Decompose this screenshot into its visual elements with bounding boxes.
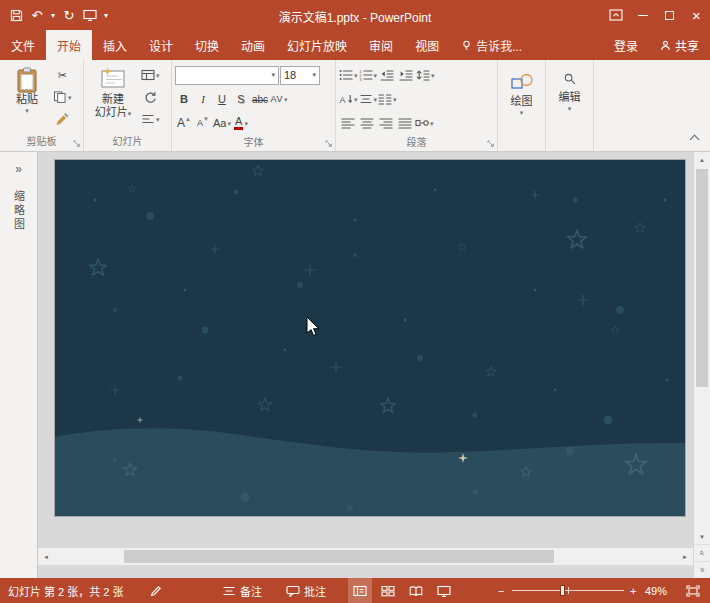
scroll-left-button[interactable]: ◄ <box>38 548 54 565</box>
align-text-button[interactable]: ▾ <box>359 89 378 109</box>
paragraph-dialog-launcher[interactable] <box>487 140 495 148</box>
zoom-out-button[interactable]: − <box>498 578 504 603</box>
align-left-button[interactable] <box>339 113 357 133</box>
clipboard-dialog-launcher[interactable] <box>73 140 81 148</box>
slide-sorter-button[interactable] <box>376 578 400 603</box>
horizontal-scrollbar[interactable]: ◄ ► <box>38 548 693 565</box>
start-slideshow-button[interactable] <box>80 3 100 27</box>
layout-button[interactable]: ▾ <box>141 65 160 85</box>
vertical-scroll-track[interactable] <box>694 167 710 529</box>
increase-indent-button[interactable] <box>397 65 415 85</box>
zoom-slider[interactable] <box>512 578 624 603</box>
pen-status-button[interactable] <box>150 578 162 603</box>
shrink-font-button[interactable]: A▼ <box>194 113 212 133</box>
previous-slide-button[interactable]: « <box>694 544 710 561</box>
underline-button[interactable]: U <box>213 89 231 109</box>
ribbon-display-options-button[interactable] <box>602 0 629 30</box>
tab-review[interactable]: 审阅 <box>358 30 404 60</box>
vertical-scrollbar[interactable]: ▲ ▼ « « <box>693 152 710 578</box>
paste-button[interactable]: 粘贴 ▾ <box>3 63 51 114</box>
italic-button[interactable]: I <box>194 89 212 109</box>
minimize-button[interactable] <box>629 0 656 30</box>
fit-slide-to-window-button[interactable] <box>686 578 700 603</box>
convert-to-smartart-button[interactable]: ▾ <box>415 113 434 133</box>
vertical-scroll-thumb[interactable] <box>696 169 708 387</box>
increase-indent-icon <box>399 69 413 81</box>
decrease-indent-button[interactable] <box>378 65 396 85</box>
sign-in-button[interactable]: 登录 <box>603 30 649 60</box>
undo-dropdown-icon[interactable]: ▾ <box>48 3 58 27</box>
columns-button[interactable]: ▾ <box>378 89 397 109</box>
tab-home[interactable]: 开始 <box>46 30 92 60</box>
comments-button[interactable]: 批注 <box>286 578 326 603</box>
next-slide-button[interactable]: « <box>694 561 710 578</box>
maximize-button[interactable] <box>656 0 683 30</box>
find-icon <box>563 73 577 85</box>
zoom-thumb[interactable] <box>560 585 565 596</box>
slide-number-status[interactable]: 幻灯片 第 2 张，共 2 张 <box>8 578 124 603</box>
window-controls: × <box>602 0 710 30</box>
horizontal-scroll-track[interactable] <box>54 548 677 565</box>
font-name-combo[interactable]: ▾ <box>175 66 279 85</box>
dropdown-icon: ▾ <box>309 71 316 79</box>
notes-button[interactable]: 备注 <box>222 578 262 603</box>
expand-thumbnails-icon[interactable]: » <box>0 162 37 176</box>
drawing-button[interactable]: 绘图 ▾ <box>501 63 542 116</box>
tab-insert[interactable]: 插入 <box>92 30 138 60</box>
save-button[interactable] <box>6 3 26 27</box>
tab-transitions[interactable]: 切换 <box>184 30 230 60</box>
new-slide-button[interactable]: 新建 幻灯片▾ <box>87 63 139 119</box>
line-spacing-button[interactable]: ▾ <box>416 65 435 85</box>
shapes-icon <box>511 73 533 89</box>
section-button[interactable]: ▾ <box>141 109 160 129</box>
tab-slideshow[interactable]: 幻灯片放映 <box>276 30 358 60</box>
align-center-button[interactable] <box>358 113 376 133</box>
text-shadow-button[interactable]: S <box>232 89 250 109</box>
collapse-ribbon-button[interactable] <box>686 132 702 146</box>
thumbnail-pane-collapsed[interactable]: » 缩略图 <box>0 152 38 578</box>
font-size-combo[interactable]: 18 ▾ <box>280 66 320 85</box>
change-case-button[interactable]: Aa▾ <box>213 113 231 133</box>
character-spacing-button[interactable]: AV▾ <box>270 89 288 109</box>
normal-view-button[interactable] <box>348 578 372 603</box>
format-painter-button[interactable] <box>53 109 72 129</box>
customize-qat-icon[interactable]: ▾ <box>101 3 111 27</box>
grow-font-button[interactable]: A▲ <box>175 113 193 133</box>
slide-canvas[interactable] <box>55 160 685 516</box>
editing-group: 编辑 ▾ <box>546 60 594 151</box>
scroll-right-button[interactable]: ► <box>677 548 693 565</box>
reset-button[interactable] <box>141 87 160 107</box>
tell-me-box[interactable]: 告诉我... <box>450 30 533 60</box>
cut-button[interactable]: ✂ <box>53 65 72 85</box>
normal-view-icon <box>353 585 367 597</box>
scroll-up-button[interactable]: ▲ <box>694 152 710 167</box>
slideshow-view-button[interactable] <box>432 578 456 603</box>
editing-button[interactable]: 编辑 ▾ <box>549 63 590 112</box>
tab-animations[interactable]: 动画 <box>230 30 276 60</box>
share-button[interactable]: 共享 <box>649 30 710 60</box>
justify-button[interactable] <box>396 113 414 133</box>
tab-file[interactable]: 文件 <box>0 30 46 60</box>
bullets-button[interactable]: ▾ <box>339 65 358 85</box>
tab-design[interactable]: 设计 <box>138 30 184 60</box>
zoom-in-button[interactable]: + <box>630 578 636 603</box>
scroll-down-button[interactable]: ▼ <box>694 529 710 544</box>
copy-button[interactable]: ▾ <box>53 87 72 107</box>
repeat-button[interactable]: ↻ <box>59 3 79 27</box>
tab-view[interactable]: 视图 <box>404 30 450 60</box>
close-button[interactable]: × <box>683 0 710 30</box>
minimize-icon <box>638 15 648 16</box>
numbering-button[interactable]: ▾ <box>359 65 378 85</box>
horizontal-scroll-thumb[interactable] <box>124 550 554 563</box>
dropdown-icon: ▾ <box>25 107 29 114</box>
font-dialog-launcher[interactable] <box>325 140 333 148</box>
reading-view-button[interactable] <box>404 578 428 603</box>
text-direction-button[interactable]: ▾ <box>339 89 358 109</box>
strikethrough-button[interactable]: abc <box>251 89 269 109</box>
align-right-button[interactable] <box>377 113 395 133</box>
zoom-level[interactable]: 49% <box>645 578 667 603</box>
ribbon-home: 粘贴 ▾ ✂ ▾ 剪贴板 新建 幻灯片▾ <box>0 60 710 152</box>
bold-button[interactable]: B <box>175 89 193 109</box>
font-color-button[interactable]: A▾ <box>232 113 250 133</box>
undo-button[interactable]: ↶ <box>27 3 47 27</box>
